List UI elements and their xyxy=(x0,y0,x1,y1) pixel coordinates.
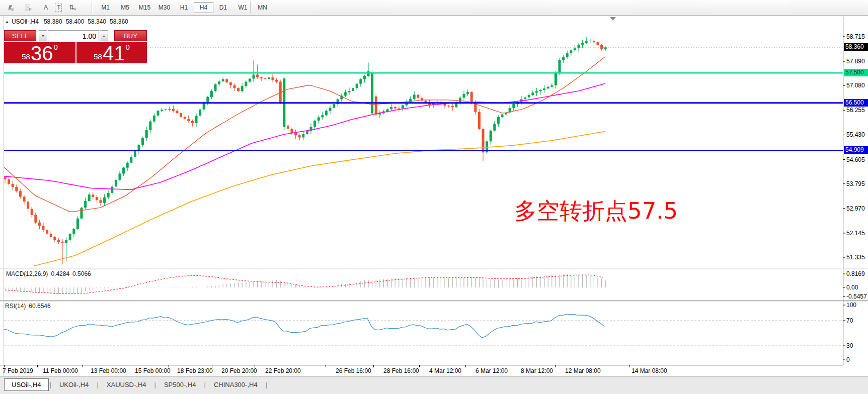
rsi-axis-label: 100 xyxy=(846,301,856,309)
macd-axis-label: 0.8169 xyxy=(846,270,865,278)
rsi-axis-label: 30 xyxy=(846,342,853,350)
sort-arrows-icon[interactable]: ⇅▾ xyxy=(65,1,80,14)
price-badge: 58.360 xyxy=(844,43,868,51)
time-axis-label: 26 Feb 16:00 xyxy=(336,367,371,374)
time-axis-label: 8 Mar 12:00 xyxy=(521,367,553,374)
timeframe-button-M1[interactable]: M1 xyxy=(96,2,115,13)
timeframe-button-M5[interactable]: M5 xyxy=(115,2,135,13)
down-arrow-icon: ▼ xyxy=(41,34,45,38)
chart-annotation-text: 多空转折点57.5 xyxy=(514,196,678,226)
buy-button[interactable]: BUY xyxy=(114,30,147,41)
sell-price-display[interactable]: 58360 xyxy=(4,42,75,63)
timeframe-button-H1[interactable]: H1 xyxy=(174,2,194,13)
tab-separator: | xyxy=(203,381,207,388)
price-axis-label: 55.430 xyxy=(846,131,865,139)
chart-tabs-bar: USOil-,H4|UKOil-,H4|XAUUSD-,H4|SP500-,H4… xyxy=(0,376,868,394)
price-badge: 57.500 xyxy=(844,69,868,76)
time-axis-label: 15 Feb 00:00 xyxy=(135,367,171,374)
time-axis-label: 12 Mar 08:00 xyxy=(565,367,601,374)
chart-tab-china300h4[interactable]: CHINA300-,H4 xyxy=(207,379,265,390)
rsi-value: 60.6546 xyxy=(29,303,50,310)
price-axis-label: 51.335 xyxy=(846,253,865,261)
price-badge: 54.909 xyxy=(844,146,868,154)
macd-signal-value: 0.5066 xyxy=(72,270,91,277)
font-icon[interactable]: A xyxy=(38,1,52,14)
ohlc-close: 58.360 xyxy=(110,18,128,25)
timeframe-buttons: M1M5M15M30H1H4D1W1MN xyxy=(96,1,272,14)
textbox-icon[interactable]: T xyxy=(51,1,65,14)
up-arrow-icon: ▲ xyxy=(102,34,106,38)
macd-axis-label: 0.00 xyxy=(846,283,858,291)
macd-indicator-label: MACD(12,26,9)0.42840.5066 xyxy=(6,270,94,277)
volume-decrease-button[interactable]: ▼ xyxy=(39,30,47,41)
tab-separator: | xyxy=(265,381,268,388)
one-click-trading-panel: SELL ▼ 1.00 ▲ BUY 58360 58410 xyxy=(4,29,147,64)
mt4-terminal: ///E░FAT⇅▾ M1M5M15M30H1H4D1W1MN ▲USOil-,… xyxy=(0,0,868,394)
collapse-panel-icon[interactable]: ▲ xyxy=(5,20,9,24)
toolbar: ///E░FAT⇅▾ M1M5M15M30H1H4D1W1MN xyxy=(0,0,868,16)
toolbar-separator xyxy=(250,2,251,14)
price-axis-label: 57.890 xyxy=(846,57,865,65)
time-axis-label: 13 Feb 00:00 xyxy=(91,367,126,374)
time-axis-label: 7 Feb 2019 xyxy=(3,367,33,374)
chart-tab-ukoilh4[interactable]: UKOil-,H4 xyxy=(52,379,96,390)
timeframe-button-H4[interactable]: H4 xyxy=(194,2,213,13)
time-axis-label: 11 Feb 00:00 xyxy=(43,367,78,374)
rsi-axis-label: 70 xyxy=(846,317,853,325)
volume-increase-button[interactable]: ▲ xyxy=(100,30,108,41)
macd-value: 0.4284 xyxy=(51,270,69,277)
time-axis-label: 6 Mar 12:00 xyxy=(476,367,508,374)
price-axis-label: 56.255 xyxy=(846,106,865,114)
ohlc-open: 58.380 xyxy=(44,18,62,25)
chart-tab-sp500h4[interactable]: SP500-,H4 xyxy=(157,379,203,390)
rsi-indicator-label: RSI(14)60.6546 xyxy=(5,303,54,310)
grid-icon[interactable]: ░F xyxy=(21,1,35,14)
ohlc-low: 58.340 xyxy=(88,18,106,25)
timeframe-button-M30[interactable]: M30 xyxy=(154,2,174,13)
chart-window: ▲USOil-,H458.38058.40058.34058.360 SELL … xyxy=(0,15,868,376)
volume-input[interactable]: 1.00 xyxy=(48,30,99,41)
sell-button[interactable]: SELL xyxy=(4,30,36,41)
time-axis-label: 20 Feb 20:00 xyxy=(221,367,257,374)
chart-tab-usoilh4[interactable]: USOil-,H4 xyxy=(4,378,49,391)
time-axis-label: 28 Feb 16:00 xyxy=(383,367,419,374)
price-axis-label: 57.080 xyxy=(846,81,865,89)
patterns-icon[interactable]: ///E xyxy=(4,1,18,14)
price-badge: 56.500 xyxy=(844,99,868,107)
time-axis-label: 14 Mar 08:00 xyxy=(632,367,667,374)
symbol-name: USOil-,H4 xyxy=(12,18,39,25)
price-axis-label: 52.970 xyxy=(846,205,865,213)
tab-separator: | xyxy=(96,381,99,388)
price-axis-label: 53.795 xyxy=(846,180,865,188)
price-axis-label: 52.145 xyxy=(846,229,865,237)
time-axis-label: 22 Feb 20:00 xyxy=(265,367,301,374)
time-axis-label: 18 Feb 23:00 xyxy=(177,367,213,374)
timeframe-button-D1[interactable]: D1 xyxy=(213,2,233,13)
tab-separator: | xyxy=(49,381,52,388)
toolbar-separator xyxy=(92,2,93,14)
chart-tab-xauusdh4[interactable]: XAUUSD-,H4 xyxy=(100,379,153,390)
buy-price-display[interactable]: 58410 xyxy=(76,42,147,63)
price-chart-canvas[interactable] xyxy=(0,15,868,376)
price-axis-label: 54.605 xyxy=(846,156,865,164)
macd-axis-label: -0.5457 xyxy=(846,292,867,301)
timeframe-button-MN[interactable]: MN xyxy=(253,2,272,13)
rsi-axis-label: 0 xyxy=(846,356,850,364)
ohlc-high: 58.400 xyxy=(66,18,85,25)
timeframe-button-M15[interactable]: M15 xyxy=(135,2,154,13)
tab-separator: | xyxy=(153,381,157,388)
price-axis-label: 58.715 xyxy=(846,33,865,41)
time-axis-label: 4 Mar 12:00 xyxy=(429,367,461,374)
symbol-info-bar: ▲USOil-,H458.38058.40058.34058.360 xyxy=(5,18,132,25)
